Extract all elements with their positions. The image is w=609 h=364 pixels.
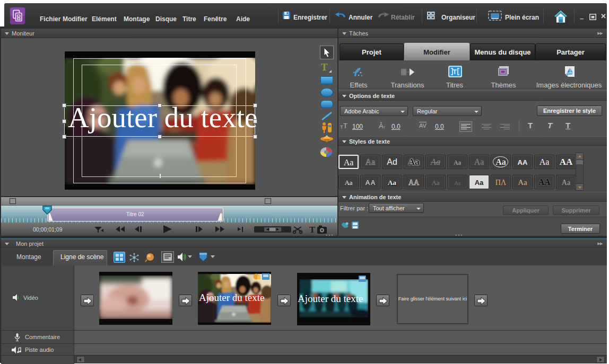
- svg-text:T: T: [309, 225, 316, 235]
- svg-text:T: T: [453, 68, 457, 76]
